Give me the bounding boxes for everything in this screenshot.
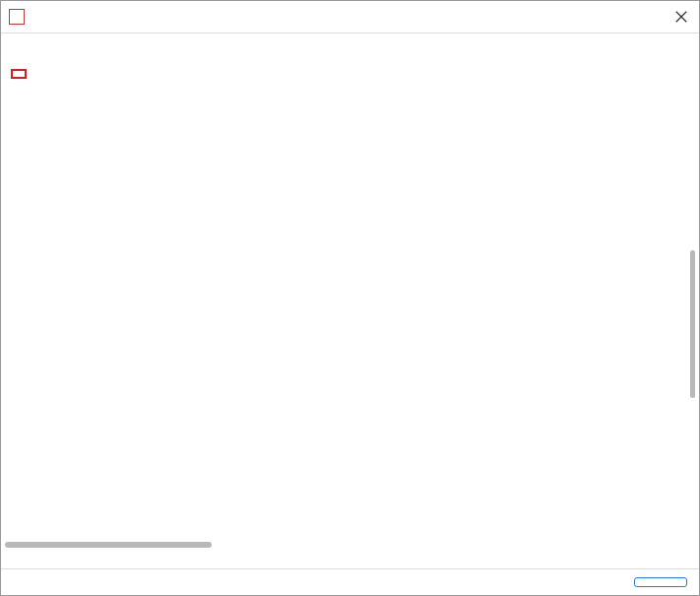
vertical-scrollbar-thumb[interactable]: [690, 250, 695, 398]
close-icon[interactable]: [671, 7, 691, 27]
totals-box: [11, 69, 27, 79]
content-area: [1, 33, 699, 549]
titlebar: [1, 1, 699, 33]
close-button[interactable]: [634, 577, 687, 587]
horizontal-scrollbar-thumb[interactable]: [5, 542, 212, 548]
footer: [1, 568, 699, 595]
app-icon: [9, 9, 25, 25]
